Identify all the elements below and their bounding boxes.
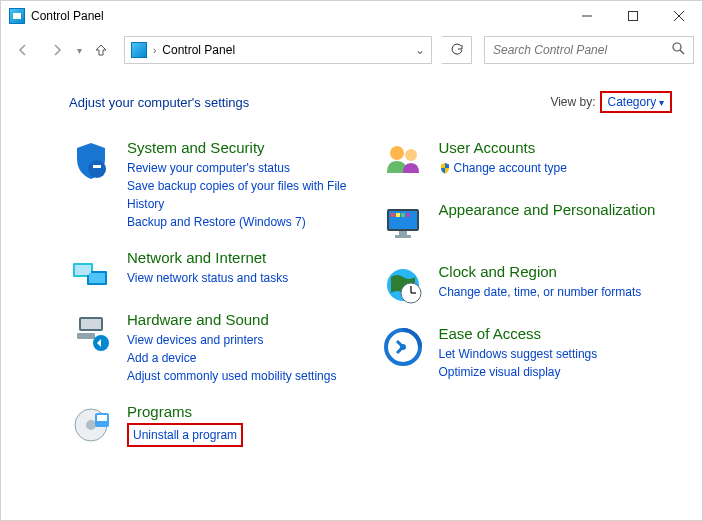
svg-rect-14: [77, 333, 95, 339]
svg-point-17: [86, 420, 96, 430]
close-button[interactable]: [656, 1, 702, 31]
category-system-and-security[interactable]: System and Security: [127, 139, 361, 157]
system-and-security-icon[interactable]: [69, 139, 113, 183]
svg-rect-13: [81, 319, 101, 329]
category-hardware-and-sound[interactable]: Hardware and Sound: [127, 311, 361, 329]
svg-rect-7: [93, 165, 101, 168]
svg-rect-27: [406, 213, 410, 217]
svg-point-21: [405, 149, 417, 161]
appearance-and-personalization-icon[interactable]: [381, 201, 425, 245]
svg-rect-24: [391, 213, 395, 217]
chevron-down-icon[interactable]: ⌄: [415, 43, 425, 57]
link-adjust-commonly-used-mobility-settings[interactable]: Adjust commonly used mobility settings: [127, 367, 361, 385]
category-programs[interactable]: Programs: [127, 403, 361, 421]
page-title: Adjust your computer's settings: [69, 95, 550, 110]
link-let-windows-suggest-settings[interactable]: Let Windows suggest settings: [439, 345, 673, 363]
link-save-backup-copies-of-your-files-with-file-history[interactable]: Save backup copies of your files with Fi…: [127, 177, 361, 213]
back-button[interactable]: [9, 36, 37, 64]
history-dropdown-icon[interactable]: ▾: [77, 45, 82, 56]
svg-rect-19: [97, 415, 107, 421]
svg-line-5: [680, 50, 684, 54]
svg-rect-11: [89, 273, 105, 283]
link-view-devices-and-printers[interactable]: View devices and printers: [127, 331, 361, 349]
minimize-button[interactable]: [564, 1, 610, 31]
svg-point-20: [390, 146, 404, 160]
svg-rect-1: [629, 12, 638, 21]
network-and-internet-icon[interactable]: [69, 249, 113, 293]
hardware-and-sound-icon[interactable]: [69, 311, 113, 355]
location-icon: [131, 42, 147, 58]
control-panel-icon: [9, 8, 25, 24]
window-title: Control Panel: [31, 9, 564, 23]
category-network-and-internet[interactable]: Network and Internet: [127, 249, 361, 267]
address-bar[interactable]: › Control Panel ⌄: [124, 36, 432, 64]
category-ease-of-access[interactable]: Ease of Access: [439, 325, 673, 343]
link-add-a-device[interactable]: Add a device: [127, 349, 361, 367]
link-review-your-computer-s-status[interactable]: Review your computer's status: [127, 159, 361, 177]
link-uninstall-a-program[interactable]: Uninstall a program: [133, 426, 237, 444]
category-user-accounts[interactable]: User Accounts: [439, 139, 673, 157]
viewby-select[interactable]: Category: [600, 91, 672, 113]
svg-rect-29: [395, 235, 411, 238]
svg-rect-25: [396, 213, 400, 217]
chevron-right-icon: ›: [153, 45, 156, 56]
search-input[interactable]: [493, 43, 672, 57]
category-appearance-and-personalization[interactable]: Appearance and Personalization: [439, 201, 673, 219]
clock-and-region-icon[interactable]: [381, 263, 425, 307]
forward-button[interactable]: [43, 36, 71, 64]
maximize-button[interactable]: [610, 1, 656, 31]
breadcrumb-location[interactable]: Control Panel: [162, 43, 409, 57]
up-button[interactable]: [88, 37, 114, 63]
link-change-account-type[interactable]: Change account type: [439, 159, 673, 177]
viewby-label: View by:: [550, 95, 595, 109]
svg-point-35: [400, 344, 406, 350]
category-clock-and-region[interactable]: Clock and Region: [439, 263, 673, 281]
ease-of-access-icon[interactable]: [381, 325, 425, 369]
search-box[interactable]: [484, 36, 694, 64]
link-backup-and-restore-windows-7[interactable]: Backup and Restore (Windows 7): [127, 213, 361, 231]
programs-icon[interactable]: [69, 403, 113, 447]
user-accounts-icon[interactable]: [381, 139, 425, 183]
link-change-date-time-or-number-formats[interactable]: Change date, time, or number formats: [439, 283, 673, 301]
refresh-button[interactable]: [442, 36, 472, 64]
svg-rect-28: [399, 231, 407, 235]
svg-rect-10: [75, 265, 91, 275]
svg-point-6: [88, 160, 106, 178]
search-icon[interactable]: [672, 42, 685, 58]
svg-rect-26: [401, 213, 405, 217]
svg-point-4: [673, 43, 681, 51]
link-view-network-status-and-tasks[interactable]: View network status and tasks: [127, 269, 361, 287]
link-optimize-visual-display[interactable]: Optimize visual display: [439, 363, 673, 381]
